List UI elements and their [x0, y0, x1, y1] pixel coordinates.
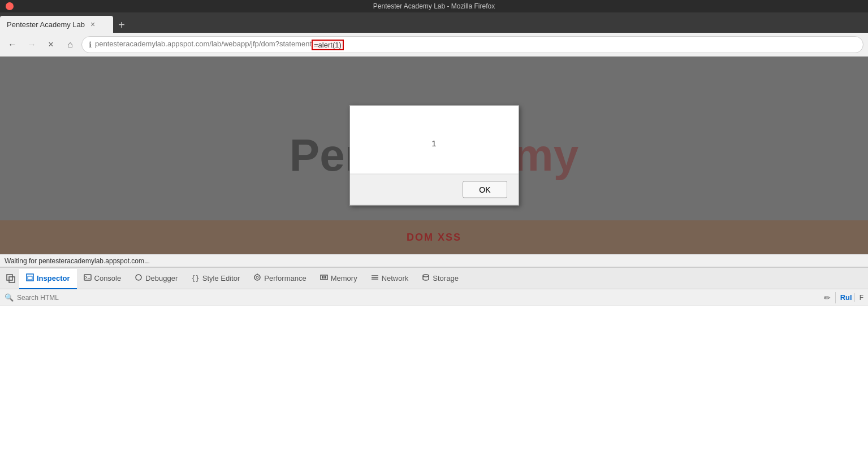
svg-rect-4 — [84, 275, 91, 280]
title-bar: Pentester Academy Lab - Mozilla Firefox — [0, 0, 868, 12]
network-tab-label: Network — [382, 274, 409, 282]
tab-network[interactable]: Network — [364, 269, 416, 289]
storage-icon — [422, 273, 430, 283]
svg-rect-1 — [9, 277, 15, 282]
url-bar-input[interactable]: ℹ pentesteracademylab.appspot.com/lab/we… — [81, 36, 863, 53]
svg-rect-3 — [28, 276, 32, 280]
tab-bar: Pentester Academy Lab × + — [0, 12, 868, 33]
tab-performance[interactable]: Performance — [247, 269, 313, 289]
stop-button[interactable]: × — [43, 37, 59, 53]
svg-point-6 — [136, 275, 141, 280]
svg-point-7 — [254, 275, 260, 280]
tab-storage[interactable]: Storage — [415, 269, 465, 289]
divider — [835, 292, 836, 303]
tab-memory[interactable]: Memory — [313, 269, 364, 289]
svg-rect-13 — [325, 276, 326, 279]
memory-icon — [320, 273, 328, 283]
console-tab-label: Console — [94, 274, 122, 282]
alert-dialog: 1 OK — [349, 106, 519, 206]
tab-label: Pentester Academy Lab — [7, 20, 85, 29]
home-button[interactable]: ⌂ — [62, 37, 78, 53]
svg-rect-12 — [323, 276, 325, 279]
alert-ok-button[interactable]: OK — [463, 181, 507, 198]
rules-label: Rul — [840, 293, 855, 302]
back-button[interactable]: ← — [5, 37, 20, 53]
filter-label: F — [860, 294, 863, 302]
storage-tab-label: Storage — [433, 274, 459, 282]
network-icon — [371, 273, 379, 283]
forward-button[interactable]: → — [24, 37, 40, 53]
style-editor-icon: {} — [191, 275, 199, 282]
url-base: pentesteracademylab.appspot.com/lab/weba… — [95, 40, 312, 50]
svg-rect-11 — [322, 276, 323, 279]
debugger-icon — [135, 273, 142, 283]
tab-close-icon[interactable]: × — [90, 20, 95, 29]
url-text: pentesteracademylab.appspot.com/lab/weba… — [95, 40, 856, 50]
console-icon — [84, 273, 92, 283]
tab-inspector[interactable]: Inspector — [19, 269, 77, 289]
status-bar: Waiting for pentesteracademylab.appspot.… — [0, 254, 868, 267]
tab-console[interactable]: Console — [77, 269, 128, 289]
devtools-toolbar: 🔍 ✏ Rul F — [0, 289, 868, 306]
info-icon: ℹ — [89, 40, 92, 49]
dom-xss-label: DOM XSS — [407, 232, 461, 243]
devtools-content — [0, 306, 868, 474]
status-text: Waiting for pentesteracademylab.appspot.… — [5, 257, 150, 265]
close-button[interactable] — [6, 2, 14, 10]
tab-style-editor[interactable]: {} Style Editor — [184, 269, 247, 289]
url-highlighted-part: =alert(1) — [312, 40, 344, 50]
tab-debugger[interactable]: Debugger — [128, 269, 184, 289]
memory-tab-label: Memory — [331, 274, 357, 282]
url-bar: ← → × ⌂ ℹ pentesteracademylab.appspot.co… — [0, 33, 868, 56]
inspector-icon — [26, 273, 34, 283]
performance-icon — [253, 273, 261, 283]
window-title: Pentester Academy Lab - Mozilla Firefox — [373, 2, 495, 10]
style-editor-tab-label: Style Editor — [202, 274, 240, 282]
search-html-icon: 🔍 — [5, 293, 14, 302]
alert-dialog-body: 1 — [350, 106, 519, 174]
devtools-panel: Inspector Console Debugger {} Style — [0, 267, 868, 474]
browser-viewport: Pent emy 1 OK DOM XSS — [0, 56, 868, 254]
devtools-tab-bar: Inspector Console Debugger {} Style — [0, 268, 868, 289]
browser-tab[interactable]: Pentester Academy Lab × — [0, 16, 113, 33]
debugger-tab-label: Debugger — [145, 274, 178, 282]
pick-element-icon — [6, 274, 15, 283]
new-tab-button[interactable]: + — [113, 17, 130, 33]
search-html-input[interactable] — [17, 294, 819, 302]
performance-tab-label: Performance — [264, 274, 306, 282]
edit-html-icon[interactable]: ✏ — [824, 293, 831, 302]
html-panel — [0, 306, 868, 474]
svg-point-17 — [423, 275, 429, 277]
alert-dialog-footer: OK — [350, 174, 519, 205]
dom-xss-bar: DOM XSS — [0, 220, 868, 254]
svg-point-8 — [256, 276, 258, 279]
devtools-pick-element-button[interactable] — [2, 270, 19, 287]
svg-rect-0 — [7, 275, 12, 280]
alert-value: 1 — [431, 138, 436, 147]
inspector-tab-label: Inspector — [37, 274, 70, 282]
